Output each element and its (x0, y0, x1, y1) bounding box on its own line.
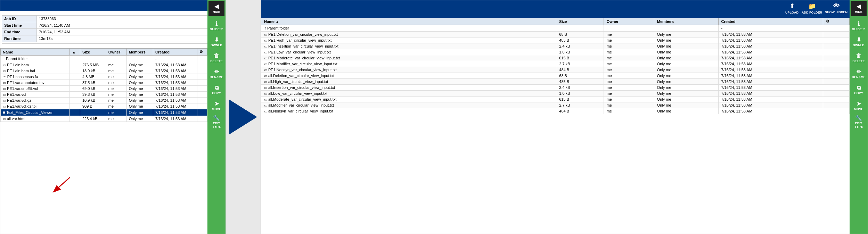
left-move-button[interactable]: ➤ MOVE (208, 98, 224, 114)
add-folder-button[interactable]: 📁 ADD FOLDER (801, 2, 823, 15)
list-item[interactable]: ▭PE1.aln.bam.bai 18.9 kB me Only me 7/16… (1, 68, 207, 74)
list-item[interactable]: ■Text_Files_Circular_Viewer me Only me 7… (1, 109, 207, 116)
add-folder-icon: 📁 (808, 2, 816, 10)
list-item[interactable]: ▭all.Moderate_var_circular_view_input.tx… (261, 97, 850, 102)
list-item[interactable]: ▭PE1.var.vcf.gz.tbi 909 B me Only me 7/1… (1, 103, 207, 109)
right-copy-button[interactable]: ⧉ COPY (851, 82, 867, 98)
sort-cell (70, 98, 80, 103)
left-edit-type-button[interactable]: 🔧 EDIT TYPE (208, 114, 224, 129)
right-column-header[interactable]: Owner (604, 18, 654, 25)
file-size-cell: 68 B (556, 32, 604, 37)
file-icon: ▭ (264, 98, 267, 101)
right-move-button[interactable]: ➤ MOVE (851, 98, 867, 114)
list-item[interactable]: ▭PE1.var.vcf.gz 10.9 kB me Only me 7/16/… (1, 98, 207, 103)
file-created-cell: 7/16/24, 11:53 AM (718, 55, 823, 61)
list-item[interactable]: ▭all.Low_var_circular_view_input.txt 1.0… (261, 91, 850, 97)
file-owner-cell: me (604, 97, 654, 102)
list-item[interactable]: ▭PE1.High_var_circular_view_input.txt 48… (261, 37, 850, 43)
right-column-header[interactable]: Members (654, 18, 718, 25)
right-guide-button[interactable]: ℹ GUIDE ☞ (851, 18, 867, 34)
file-members-cell: Only me (126, 92, 153, 98)
right-hide-icon: ◀ (857, 4, 861, 9)
list-item[interactable]: ↑Parent folder - (1, 56, 207, 62)
file-owner-cell: me (604, 73, 654, 79)
right-delete-button[interactable]: 🗑 DELETE (851, 50, 867, 66)
file-icon: ▭ (3, 99, 6, 102)
list-item[interactable]: ▭PE1.Deletion_var_circular_view_input.tx… (261, 32, 850, 37)
file-created-cell: 7/16/24, 11:53 AM (718, 32, 823, 37)
list-item[interactable]: ▭PE1.var.vcf 39.3 kB me Only me 7/16/24,… (1, 92, 207, 98)
list-item[interactable]: ▭PE1.Nonsyn_var_circular_view_input.txt … (261, 67, 850, 73)
list-item[interactable]: ▭all.Insertion_var_circular_view_input.t… (261, 85, 850, 91)
list-item[interactable]: ▭PE1.Modifier_var_circular_view_input.tx… (261, 61, 850, 67)
list-item[interactable]: ▭PE1.Low_var_circular_view_input.txt 1.0… (261, 49, 850, 55)
file-size-cell: 4.8 MB (80, 74, 106, 80)
list-item[interactable]: ▭PE1.aln.bam 276.5 MB me Only me 7/16/24… (1, 62, 207, 68)
list-item[interactable]: ▭all.var.html 223.4 kB me Only me 7/16/2… (1, 116, 207, 122)
file-icon: ▭ (3, 93, 6, 97)
annotation-arrow (49, 176, 77, 197)
list-item[interactable]: ▭PE1.Insertion_var_circular_view_input.t… (261, 43, 850, 49)
right-download-button[interactable]: ⬇ DWNLD (851, 34, 867, 50)
list-item[interactable]: ▭all.Deletion_var_circular_view_input.tx… (261, 73, 850, 79)
left-copy-button[interactable]: ⧉ COPY (208, 82, 224, 98)
left-rename-button[interactable]: ✏ RENAME (208, 66, 224, 82)
left-column-header[interactable]: Size (80, 49, 106, 56)
file-created-cell: 7/16/24, 11:53 AM (718, 97, 823, 102)
left-guide-button[interactable]: ℹ GUIDE ☞ (208, 18, 224, 34)
file-size-cell: 2.7 kB (556, 61, 604, 67)
list-item[interactable]: ~PE1.consensus.fa 4.8 MB me Only me 7/16… (1, 74, 207, 80)
list-item[interactable]: ▭PE1.var.annotated.tsv 37.5 kB me Only m… (1, 80, 207, 86)
left-download-button[interactable]: ⬇ DWNLD (208, 34, 224, 50)
file-icon: ▭ (264, 56, 267, 60)
sort-cell (70, 109, 80, 116)
params-section[interactable] (2, 43, 224, 46)
file-name-cell: ■Text_Files_Circular_Viewer (1, 109, 70, 116)
file-members-cell: Only me (654, 85, 718, 91)
hide-icon: ◀ (214, 4, 219, 9)
right-column-header[interactable]: Size (556, 18, 604, 25)
list-item[interactable]: ↑Parent folder - (261, 25, 850, 32)
left-column-header[interactable]: Owner (106, 49, 126, 56)
left-column-header: ⚙ (197, 49, 207, 56)
file-size-cell: 1.0 kB (556, 91, 604, 97)
file-created-cell: 7/16/24, 11:53 AM (718, 85, 823, 91)
list-item[interactable]: ▭PE1.var.snpEff.vcf 69.0 kB me Only me 7… (1, 86, 207, 92)
file-created-cell: 7/16/24, 11:53 AM (718, 49, 823, 55)
file-owner-cell: me (604, 85, 654, 91)
list-item[interactable]: ▭all.High_var_circular_view_input.txt 48… (261, 79, 850, 85)
file-created-cell: 7/16/24, 11:53 AM (153, 98, 197, 103)
file-size-cell: 10.9 kB (80, 98, 106, 103)
right-column-header[interactable]: Created (718, 18, 823, 25)
left-column-header[interactable]: Created (153, 49, 197, 56)
info-value: 7/16/24, 11:53 AM (37, 29, 224, 35)
show-hidden-button[interactable]: 👁 SHOW HIDDEN (824, 2, 848, 15)
list-item[interactable]: ▭all.Modifier_var_circular_view_input.tx… (261, 102, 850, 108)
list-item[interactable]: ▭all.Nonsyn_var_circular_view_input.txt … (261, 108, 850, 114)
file-name-cell: ▭PE1.Low_var_circular_view_input.txt (261, 49, 556, 55)
file-gear-cell (197, 56, 207, 62)
left-hide-button[interactable]: ◀ HIDE (208, 1, 224, 16)
file-size-cell: 276.5 MB (80, 62, 106, 68)
right-download-icon: ⬇ (857, 37, 861, 43)
file-icon: ▭ (264, 109, 267, 113)
left-delete-button[interactable]: 🗑 DELETE (208, 50, 224, 66)
right-toolbar: ⬆ UPLOAD 📁 ADD FOLDER 👁 SHOW HIDDEN (783, 0, 850, 16)
left-column-header[interactable]: Name (1, 49, 70, 56)
left-column-header[interactable]: ▲ (70, 49, 80, 56)
upload-button[interactable]: ⬆ UPLOAD (784, 2, 800, 15)
file-members-cell: Only me (654, 55, 718, 61)
right-column-header[interactable]: Name ▲ (261, 18, 556, 25)
right-edit-type-button[interactable]: 🔧 EDIT TYPE (851, 114, 867, 129)
list-item[interactable]: ▭PE1.Moderate_var_circular_view_input.tx… (261, 55, 850, 61)
left-column-header[interactable]: Members (126, 49, 153, 56)
right-rename-button[interactable]: ✏ RENAME (851, 66, 867, 82)
file-gear-cell (823, 108, 850, 114)
right-hide-button[interactable]: ◀ HIDE (851, 1, 867, 16)
file-created-cell: 7/16/24, 11:53 AM (718, 67, 823, 73)
file-owner-cell: me (604, 37, 654, 43)
download-icon: ⬇ (214, 37, 219, 43)
guide-icon: ℹ (215, 21, 218, 27)
file-name-cell: ↑Parent folder (261, 25, 556, 32)
file-members-cell: Only me (126, 103, 153, 109)
